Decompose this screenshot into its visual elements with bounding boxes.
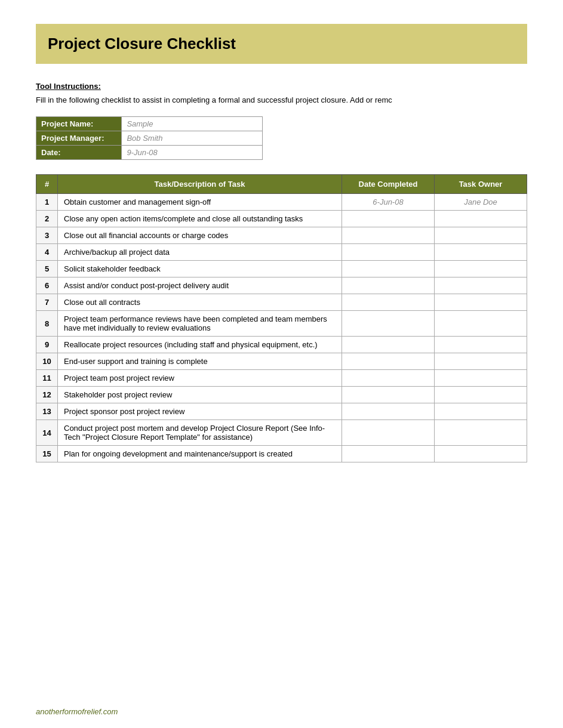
row-task: Archive/backup all project data: [58, 244, 342, 261]
table-row: 2 Close any open action items/complete a…: [36, 211, 527, 227]
table-row: 1 Obtain customer and management sign-of…: [36, 194, 527, 211]
table-row: 5 Solicit stakeholder feedback: [36, 261, 527, 277]
table-row: 15 Plan for ongoing development and main…: [36, 446, 527, 462]
row-task: Project sponsor post project review: [58, 403, 342, 420]
table-row: 13 Project sponsor post project review: [36, 403, 527, 420]
table-row: 14 Conduct project post mortem and devel…: [36, 420, 527, 446]
row-task: Close out all contracts: [58, 294, 342, 311]
row-owner: [435, 211, 527, 227]
project-info-row: Date:9-Jun-08: [36, 146, 263, 160]
table-row: 10 End-user support and training is comp…: [36, 353, 527, 370]
row-num: 7: [36, 294, 58, 311]
instructions-text: Fill in the following checklist to assis…: [36, 95, 527, 104]
row-owner: [435, 244, 527, 261]
row-task: Close out all financial accounts or char…: [58, 227, 342, 244]
row-date: 6-Jun-08: [342, 194, 435, 211]
row-num: 9: [36, 337, 58, 353]
row-date: [342, 446, 435, 462]
row-task: Project team performance reviews have be…: [58, 311, 342, 337]
checklist-table: # Task/Description of Task Date Complete…: [36, 174, 527, 462]
project-info-label: Project Name:: [36, 117, 122, 131]
row-num: 8: [36, 311, 58, 337]
row-num: 10: [36, 353, 58, 370]
row-owner: [435, 227, 527, 244]
row-task: Reallocate project resources (including …: [58, 337, 342, 353]
row-task: Obtain customer and management sign-off: [58, 194, 342, 211]
row-task: Project team post project review: [58, 370, 342, 387]
row-date: [342, 420, 435, 446]
footer: anotherformofrelief.com: [36, 707, 118, 716]
col-header-num: #: [36, 175, 58, 194]
row-num: 4: [36, 244, 58, 261]
row-owner: [435, 277, 527, 294]
col-header-owner: Task Owner: [435, 175, 527, 194]
row-task: Plan for ongoing development and mainten…: [58, 446, 342, 462]
table-row: 4 Archive/backup all project data: [36, 244, 527, 261]
row-owner: [435, 261, 527, 277]
table-row: 6 Assist and/or conduct post-project del…: [36, 277, 527, 294]
project-info-label: Date:: [36, 146, 122, 160]
instructions-section: Tool Instructions: Fill in the following…: [36, 82, 527, 104]
row-date: [342, 311, 435, 337]
project-info-label: Project Manager:: [36, 131, 122, 146]
row-task: Solicit stakeholder feedback: [58, 261, 342, 277]
title-bar: Project Closure Checklist: [36, 24, 527, 64]
col-header-task: Task/Description of Task: [58, 175, 342, 194]
table-row: 8 Project team performance reviews have …: [36, 311, 527, 337]
row-owner: [435, 387, 527, 403]
table-row: 12 Stakeholder post project review: [36, 387, 527, 403]
row-owner: [435, 337, 527, 353]
row-task: Close any open action items/complete and…: [58, 211, 342, 227]
row-num: 14: [36, 420, 58, 446]
page-title: Project Closure Checklist: [48, 35, 515, 53]
project-info-value: 9-Jun-08: [122, 146, 263, 160]
row-date: [342, 294, 435, 311]
table-row: 11 Project team post project review: [36, 370, 527, 387]
row-num: 6: [36, 277, 58, 294]
row-task: Assist and/or conduct post-project deliv…: [58, 277, 342, 294]
row-num: 12: [36, 387, 58, 403]
row-date: [342, 227, 435, 244]
row-num: 1: [36, 194, 58, 211]
col-header-date: Date Completed: [342, 175, 435, 194]
row-date: [342, 353, 435, 370]
row-date: [342, 403, 435, 420]
row-task: Stakeholder post project review: [58, 387, 342, 403]
row-date: [342, 387, 435, 403]
row-date: [342, 261, 435, 277]
row-date: [342, 211, 435, 227]
row-date: [342, 277, 435, 294]
row-owner: Jane Doe: [435, 194, 527, 211]
row-task: Conduct project post mortem and develop …: [58, 420, 342, 446]
row-task: End-user support and training is complet…: [58, 353, 342, 370]
row-owner: [435, 420, 527, 446]
table-row: 7 Close out all contracts: [36, 294, 527, 311]
project-info-row: Project Manager:Bob Smith: [36, 131, 263, 146]
project-info-row: Project Name:Sample: [36, 117, 263, 131]
row-num: 5: [36, 261, 58, 277]
table-row: 3 Close out all financial accounts or ch…: [36, 227, 527, 244]
instructions-heading: Tool Instructions:: [36, 82, 527, 91]
page: Project Closure Checklist Tool Instructi…: [0, 0, 563, 516]
row-date: [342, 244, 435, 261]
row-num: 2: [36, 211, 58, 227]
row-date: [342, 337, 435, 353]
row-owner: [435, 370, 527, 387]
row-num: 3: [36, 227, 58, 244]
row-date: [342, 370, 435, 387]
row-owner: [435, 294, 527, 311]
row-owner: [435, 353, 527, 370]
table-row: 9 Reallocate project resources (includin…: [36, 337, 527, 353]
row-num: 11: [36, 370, 58, 387]
project-info-value: Bob Smith: [122, 131, 263, 146]
row-owner: [435, 446, 527, 462]
project-info-table: Project Name:SampleProject Manager:Bob S…: [36, 116, 263, 160]
row-owner: [435, 311, 527, 337]
row-num: 15: [36, 446, 58, 462]
footer-text: anotherformofrelief.com: [36, 707, 118, 716]
row-owner: [435, 403, 527, 420]
row-num: 13: [36, 403, 58, 420]
project-info-value: Sample: [122, 117, 263, 131]
